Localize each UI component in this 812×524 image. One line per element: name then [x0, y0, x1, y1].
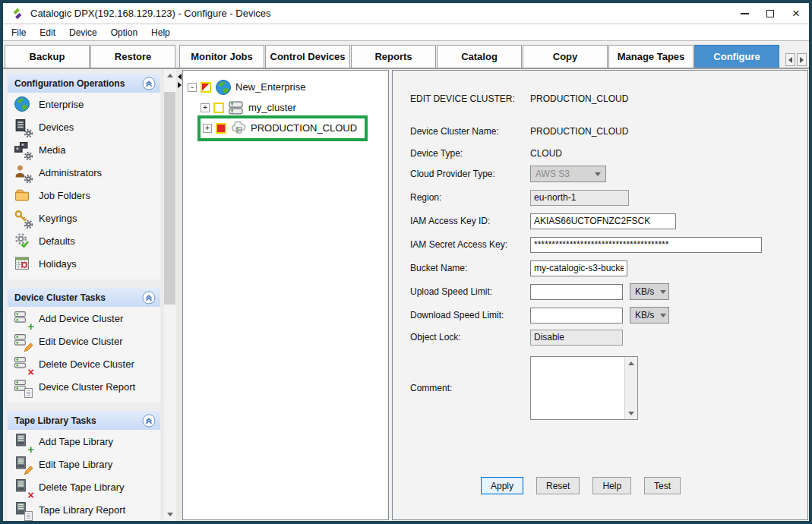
scroll-up-button[interactable]	[163, 69, 176, 82]
tree-checkbox-checked[interactable]	[216, 123, 226, 134]
iam-access-key-id-input[interactable]	[530, 213, 676, 229]
device-cluster-icon	[228, 99, 245, 116]
cloud-cluster-icon	[230, 120, 247, 137]
chevron-down-icon	[595, 172, 601, 176]
add-tape-library-icon: +	[14, 433, 31, 450]
tab-reports[interactable]: Reports	[351, 45, 436, 68]
keyrings-icon	[14, 210, 31, 227]
bucket-name-input[interactable]	[530, 260, 627, 276]
collapse-section-icon[interactable]	[142, 414, 156, 428]
media-icon	[14, 141, 31, 159]
download-speed-unit-select[interactable]: KB/s	[630, 307, 669, 324]
section-device-cluster-tasks: Device Cluster Tasks + Add Device Cluste…	[8, 288, 160, 402]
expand-expander-icon[interactable]: +	[201, 103, 210, 112]
comment-scrollbar[interactable]	[624, 357, 637, 419]
section-header-configuration-operations[interactable]: Configuration Operations	[8, 74, 160, 93]
sidebar-item-edit-device-cluster[interactable]: Edit Device Cluster	[8, 330, 160, 352]
collapse-section-icon[interactable]	[142, 77, 156, 90]
device-cluster-name-label: Device Cluster Name:	[410, 126, 530, 137]
sidebar-item-delete-device-cluster[interactable]: × Delete Device Cluster	[8, 352, 160, 375]
menu-help[interactable]: Help	[144, 24, 177, 40]
sidebar-item-media[interactable]: Media	[8, 138, 160, 161]
sidebar-item-delete-tape-library[interactable]: × Delete Tape Library	[8, 475, 160, 498]
section-title: Configuration Operations	[14, 78, 125, 89]
tab-scroll-left-button[interactable]	[785, 53, 795, 66]
region-input[interactable]	[530, 190, 629, 206]
sidebar-splitter[interactable]	[176, 69, 182, 521]
sidebar-item-administrators[interactable]: Administrators	[8, 161, 160, 184]
tab-restore[interactable]: Restore	[90, 45, 175, 68]
menu-edit[interactable]: Edit	[33, 24, 62, 40]
tree-node-label[interactable]: PRODUCTION_CLOUD	[251, 122, 357, 134]
expand-expander-icon[interactable]: +	[203, 124, 212, 133]
tab-catalog[interactable]: Catalog	[437, 45, 522, 68]
cloud-provider-type-select: AWS S3	[530, 166, 606, 182]
tree-node-production-cloud[interactable]: + PRODUCTION_CLOUD	[201, 118, 385, 138]
sidebar-item-label: Add Device Cluster	[39, 313, 123, 324]
scrollbar-thumb[interactable]	[164, 92, 175, 305]
menu-device[interactable]: Device	[62, 24, 104, 40]
help-button[interactable]: Help	[592, 477, 631, 494]
tab-scroll-right-button[interactable]	[797, 53, 807, 66]
sidebar-item-tape-library-report[interactable]: Tape Library Report	[8, 498, 160, 521]
sidebar-item-add-tape-library[interactable]: + Add Tape Library	[8, 430, 160, 453]
selection-highlight-box: + PRODUCTION_CLOUD	[197, 115, 368, 141]
tab-copy[interactable]: Copy	[523, 45, 608, 68]
maximize-button[interactable]	[757, 3, 783, 24]
tree-node-label[interactable]: New_Enterprise	[235, 81, 306, 93]
sidebar-item-job-folders[interactable]: Job Folders	[8, 184, 160, 207]
apply-button[interactable]: Apply	[481, 477, 523, 494]
section-header-device-cluster-tasks[interactable]: Device Cluster Tasks	[8, 288, 160, 307]
tree-node-new-enterprise[interactable]: - New_Enterprise	[188, 77, 385, 97]
menu-file[interactable]: File	[5, 24, 33, 40]
sidebar-item-label: Media	[39, 144, 65, 156]
sidebar-item-label: Administrators	[39, 167, 102, 178]
tab-control-devices[interactable]: Control Devices	[265, 45, 350, 68]
sidebar-item-edit-tape-library[interactable]: Edit Tape Library	[8, 453, 160, 475]
sidebar-item-label: Edit Device Cluster	[39, 336, 123, 347]
upload-speed-limit-input[interactable]	[530, 284, 623, 300]
scroll-down-button[interactable]	[625, 407, 637, 419]
comment-textarea[interactable]	[530, 356, 638, 420]
sidebar-item-devices[interactable]: Devices	[8, 115, 160, 138]
scroll-up-button[interactable]	[625, 357, 637, 369]
download-speed-limit-input[interactable]	[530, 308, 623, 324]
iam-access-key-id-label: IAM Access Key ID:	[410, 216, 530, 226]
tab-configure[interactable]: Configure	[694, 45, 779, 68]
sidebar-item-enterprise[interactable]: Enterprise	[8, 93, 160, 115]
sidebar-item-label: Add Tape Library	[39, 436, 113, 447]
collapse-expander-icon[interactable]: -	[188, 83, 197, 92]
scroll-down-button[interactable]	[163, 508, 176, 521]
sidebar-item-label: Tape Library Report	[39, 504, 125, 516]
upload-speed-unit-select[interactable]: KB/s	[630, 283, 669, 300]
tab-backup[interactable]: Backup	[5, 45, 90, 68]
object-lock-input[interactable]	[530, 330, 623, 346]
sidebar-item-device-cluster-report[interactable]: Device Cluster Report	[8, 375, 160, 398]
scroll-left-icon	[788, 57, 792, 63]
collapse-section-icon[interactable]	[142, 291, 156, 305]
tab-manage-tapes[interactable]: Manage Tapes	[608, 45, 694, 68]
close-button[interactable]: ×	[783, 3, 809, 24]
sidebar-item-holidays[interactable]: Holidays	[8, 252, 160, 275]
iam-secret-access-key-input[interactable]	[530, 237, 762, 253]
maximize-icon	[766, 10, 774, 17]
sidebar-item-add-device-cluster[interactable]: + Add Device Cluster	[8, 307, 160, 330]
sidebar-item-label: Device Cluster Report	[39, 381, 135, 393]
menu-option[interactable]: Option	[104, 24, 144, 40]
menu-bar: File Edit Device Option Help	[3, 24, 809, 41]
delete-tape-library-icon: ×	[14, 478, 31, 496]
tree-checkbox-unchecked[interactable]	[213, 103, 224, 113]
tab-monitor-jobs[interactable]: Monitor Jobs	[179, 45, 264, 68]
sidebar-item-label: Holidays	[39, 258, 77, 270]
tree-node-label[interactable]: my_cluster	[248, 102, 296, 113]
sidebar-item-defaults[interactable]: Defaults	[8, 229, 160, 252]
test-button[interactable]: Test	[644, 477, 681, 494]
sidebar-item-keyrings[interactable]: Keyrings	[8, 207, 160, 229]
reset-button[interactable]: Reset	[536, 477, 580, 494]
tree-checkbox-partial[interactable]	[201, 82, 211, 93]
sidebar-scrollbar[interactable]	[163, 69, 176, 521]
splitter-collapse-handle[interactable]	[176, 72, 182, 89]
section-header-tape-library-tasks[interactable]: Tape Library Tasks	[8, 411, 160, 430]
minimize-button[interactable]	[731, 3, 757, 24]
chevron-down-icon	[660, 290, 666, 294]
